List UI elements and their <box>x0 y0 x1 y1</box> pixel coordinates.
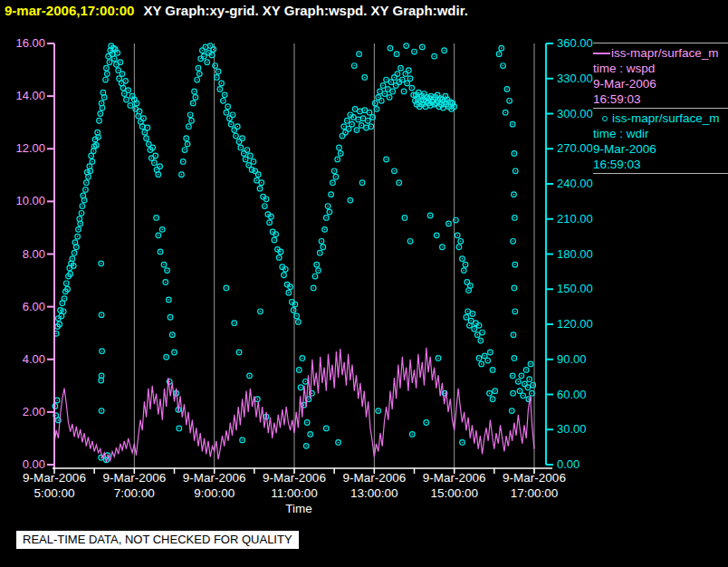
wdir-scatter-point-center <box>458 246 460 248</box>
left-y-tick-label: 16.00 <box>15 36 45 50</box>
wdir-scatter-point-center <box>489 392 491 394</box>
wdir-scatter-point-center <box>460 240 462 242</box>
wdir-scatter-point-center <box>361 182 363 184</box>
wdir-scatter-point-center <box>63 298 65 300</box>
wdir-scatter-point-center <box>77 235 79 237</box>
left-y-tick-label: 6.00 <box>23 300 45 313</box>
wdir-scatter-point-center <box>395 85 397 87</box>
wdir-scatter-point-center <box>456 235 458 236</box>
wdir-scatter-point-center <box>524 383 526 385</box>
wdir-scatter-point-center <box>192 102 194 104</box>
wdir-scatter-point-center <box>398 82 400 83</box>
x-tick-date-label: 9-Mar-2006 <box>183 471 246 485</box>
wdir-scatter-point-center <box>146 138 148 139</box>
wdir-scatter-point-center <box>261 182 263 184</box>
wdir-scatter-point-center <box>338 442 340 444</box>
wdir-scatter-point-center <box>223 100 225 101</box>
wdir-scatter-point-center <box>92 150 94 152</box>
wdir-scatter-point-center <box>362 118 364 120</box>
wdir-scatter-point-center <box>532 392 533 394</box>
wdir-scatter-point-center <box>300 387 302 389</box>
wdir-scatter-point-center <box>513 153 515 155</box>
wdir-scatter-point-center <box>97 131 99 133</box>
wdir-scatter-point-center <box>394 77 396 79</box>
wdir-scatter-point-center <box>203 55 205 57</box>
legend-series-time: 16:59:03 <box>593 91 728 107</box>
wdir-scatter-point-center <box>89 166 91 168</box>
legend-series-date: 9-Mar-2006 <box>593 76 728 91</box>
left-y-tick-label: 2.00 <box>23 405 45 418</box>
wdir-scatter-point-center <box>378 410 379 412</box>
wdir-scatter-point-center <box>498 53 500 55</box>
wdir-scatter-point-center <box>278 257 280 259</box>
wdir-scatter-point-center <box>470 285 472 287</box>
wdir-scatter-point-center <box>259 187 261 189</box>
wdir-scatter-point-center <box>159 251 161 253</box>
left-y-tick-label: 14.00 <box>15 89 45 102</box>
wdir-scatter-point-center <box>151 158 153 159</box>
wdir-scatter-point-center <box>85 189 87 191</box>
wdir-scatter-point-center <box>429 105 431 107</box>
wdir-scatter-point-center <box>333 170 335 172</box>
right-y-tick-label: 90.00 <box>557 352 587 366</box>
wdir-scatter-point-center <box>101 380 102 381</box>
wdir-scatter-point-center <box>407 82 408 84</box>
wdir-scatter-point-center <box>529 379 531 380</box>
right-y-tick-label: 0.00 <box>557 457 580 471</box>
wdir-scatter-point-center <box>106 67 108 69</box>
wdir-scatter-point-center <box>476 334 478 336</box>
wdir-scatter-point-center <box>422 46 424 48</box>
wdir-scatter-point-center <box>513 287 515 289</box>
wdir-scatter-point-center <box>101 102 102 104</box>
wdir-scatter-point-center <box>528 399 530 400</box>
wdir-scatter-point-center <box>443 107 445 109</box>
x-axis-title: Time <box>285 502 312 515</box>
wdir-scatter-point-center <box>91 161 93 163</box>
wdir-scatter-point-center <box>522 395 524 397</box>
wdir-scatter-point-center <box>356 130 358 131</box>
wdir-scatter-point-center <box>359 111 361 112</box>
wdir-scatter-point-center <box>463 270 465 272</box>
wdir-scatter-point-center <box>224 94 225 96</box>
wdir-scatter-point-center <box>283 274 285 276</box>
wdir-scatter-point-center <box>434 55 436 57</box>
wdir-scatter-point-center <box>186 138 187 139</box>
wdir-scatter-point-center <box>425 106 426 108</box>
wdir-scatter-point-center <box>88 176 90 178</box>
wdir-scatter-point-center <box>139 111 140 112</box>
wdir-scatter-point-center <box>102 91 104 93</box>
wdir-scatter-point-center <box>376 109 378 111</box>
x-tick-date-label: 9-Mar-2006 <box>102 471 166 485</box>
wdir-scatter-point-center <box>240 147 242 149</box>
wdir-scatter-point-center <box>512 334 514 336</box>
wdir-scatter-point-center <box>444 50 445 52</box>
wdir-scatter-point-center <box>113 58 115 60</box>
wdir-scatter-point-center <box>168 299 170 301</box>
wdir-scatter-point-center <box>169 316 171 318</box>
wdir-scatter-point-center <box>379 91 381 92</box>
wdir-scatter-point-center <box>221 82 223 84</box>
wdir-scatter-point-center <box>148 143 149 145</box>
right-y-tick-label: 300.00 <box>557 107 593 120</box>
wdir-scatter-point-center <box>367 120 369 121</box>
wdir-scatter-point-center <box>343 126 345 128</box>
app-window: 9-mar-2006,17:00:00XY Graph:xy-grid. XY … <box>0 0 728 567</box>
wdir-scatter-point-center <box>235 135 237 137</box>
wdir-scatter-point-center <box>79 218 81 220</box>
wdir-scatter-point-center <box>75 246 77 248</box>
wdir-scatter-point-center <box>234 322 235 324</box>
wdir-scatter-point-center <box>109 62 110 63</box>
wdir-scatter-point-center <box>306 422 308 424</box>
wdir-scatter-point-center <box>374 102 376 104</box>
wdir-scatter-point-center <box>292 310 294 312</box>
realtime-data-quality-banner: REAL-TIME DATA, NOT CHECKED FOR QUALITY <box>16 531 299 549</box>
wdir-scatter-point-center <box>249 375 251 377</box>
x-tick-date-label: 9-Mar-2006 <box>263 471 326 485</box>
wdir-scatter-point-center <box>321 240 322 242</box>
wdir-scatter-point-center <box>73 252 75 254</box>
right-y-tick-label: 180.00 <box>557 247 593 261</box>
x-tick-time-label: 11:00:00 <box>271 486 318 500</box>
wdir-scatter-point-center <box>437 358 439 360</box>
wdir-scatter-point-center <box>406 45 407 47</box>
wdir-scatter-point-center <box>390 82 392 83</box>
